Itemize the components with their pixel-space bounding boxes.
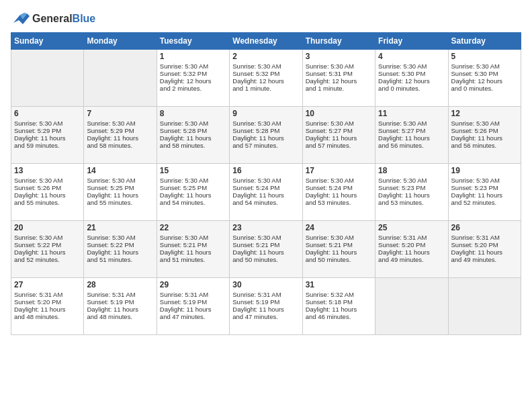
day-info-line: and 0 minutes. xyxy=(451,85,518,92)
day-info-line: and 57 minutes. xyxy=(306,142,372,149)
calendar-cell: 13Sunrise: 5:30 AMSunset: 5:26 PMDayligh… xyxy=(11,164,84,221)
day-info-line: Sunset: 5:20 PM xyxy=(14,298,81,306)
day-number: 13 xyxy=(14,166,81,175)
day-number: 20 xyxy=(14,223,81,232)
day-info-line: Sunrise: 5:30 AM xyxy=(14,177,81,184)
day-info-line: Sunrise: 5:30 AM xyxy=(87,120,153,127)
day-number: 4 xyxy=(378,52,445,61)
calendar-cell: 16Sunrise: 5:30 AMSunset: 5:24 PMDayligh… xyxy=(230,164,302,221)
column-header-tuesday: Tuesday xyxy=(157,33,229,50)
day-info-line: Sunrise: 5:30 AM xyxy=(232,234,299,241)
column-header-friday: Friday xyxy=(375,33,448,50)
logo-text: GeneralBlue xyxy=(32,13,95,25)
day-info-line: Sunset: 5:28 PM xyxy=(160,127,226,134)
day-number: 17 xyxy=(306,166,372,175)
calendar-week-row: 13Sunrise: 5:30 AMSunset: 5:26 PMDayligh… xyxy=(11,164,521,221)
calendar-week-row: 27Sunrise: 5:31 AMSunset: 5:20 PMDayligh… xyxy=(11,278,521,335)
day-info-line: Daylight: 11 hours xyxy=(232,306,299,313)
day-info-line: and 2 minutes. xyxy=(160,85,226,92)
day-info-line: Sunrise: 5:30 AM xyxy=(14,120,81,127)
day-info-line: Daylight: 11 hours xyxy=(232,248,299,256)
day-info-line: and 59 minutes. xyxy=(14,142,81,149)
calendar-cell: 2Sunrise: 5:30 AMSunset: 5:32 PMDaylight… xyxy=(230,50,302,107)
calendar-cell: 24Sunrise: 5:30 AMSunset: 5:21 PMDayligh… xyxy=(302,221,375,278)
day-info-line: Sunset: 5:20 PM xyxy=(451,241,518,248)
day-number: 24 xyxy=(306,223,372,232)
day-info-line: and 53 minutes. xyxy=(306,199,372,206)
day-info-line: Daylight: 11 hours xyxy=(451,191,518,199)
day-info-line: Sunset: 5:30 PM xyxy=(378,70,445,77)
day-info-line: Daylight: 11 hours xyxy=(87,306,153,313)
column-header-wednesday: Wednesday xyxy=(230,33,302,50)
day-info-line: and 55 minutes. xyxy=(87,199,153,206)
day-info-line: Daylight: 11 hours xyxy=(14,134,81,142)
calendar-cell xyxy=(84,50,157,107)
day-info-line: and 50 minutes. xyxy=(232,256,299,263)
day-info-line: Daylight: 11 hours xyxy=(160,134,226,142)
day-info-line: Sunset: 5:19 PM xyxy=(160,298,226,306)
day-number: 7 xyxy=(87,109,153,118)
day-info-line: Daylight: 11 hours xyxy=(14,306,81,313)
day-info-line: and 56 minutes. xyxy=(378,142,445,149)
day-info-line: Sunset: 5:24 PM xyxy=(232,184,299,191)
day-number: 15 xyxy=(160,166,226,175)
calendar-week-row: 20Sunrise: 5:30 AMSunset: 5:22 PMDayligh… xyxy=(11,221,521,278)
day-info-line: Daylight: 11 hours xyxy=(14,191,81,199)
day-info-line: Daylight: 11 hours xyxy=(306,191,372,199)
column-header-monday: Monday xyxy=(84,33,157,50)
day-info-line: Sunset: 5:22 PM xyxy=(87,241,153,248)
day-info-line: Sunset: 5:26 PM xyxy=(14,184,81,191)
day-info-line: Daylight: 11 hours xyxy=(160,306,226,313)
day-info-line: Daylight: 11 hours xyxy=(378,134,445,142)
day-info-line: Sunrise: 5:30 AM xyxy=(160,234,226,241)
calendar-cell xyxy=(375,278,448,335)
day-info-line: Daylight: 11 hours xyxy=(451,248,518,256)
day-number: 10 xyxy=(306,109,372,118)
day-info-line: and 55 minutes. xyxy=(14,199,81,206)
calendar-cell: 17Sunrise: 5:30 AMSunset: 5:24 PMDayligh… xyxy=(302,164,375,221)
calendar-cell: 27Sunrise: 5:31 AMSunset: 5:20 PMDayligh… xyxy=(11,278,84,335)
calendar-cell: 25Sunrise: 5:31 AMSunset: 5:20 PMDayligh… xyxy=(375,221,448,278)
day-info-line: and 51 minutes. xyxy=(160,256,226,263)
day-number: 25 xyxy=(378,223,445,232)
day-number: 14 xyxy=(87,166,153,175)
calendar-cell: 26Sunrise: 5:31 AMSunset: 5:20 PMDayligh… xyxy=(448,221,521,278)
day-info-line: Sunset: 5:24 PM xyxy=(306,184,372,191)
day-info-line: Daylight: 11 hours xyxy=(14,248,81,256)
day-number: 19 xyxy=(451,166,518,175)
day-info-line: Sunset: 5:30 PM xyxy=(451,70,518,77)
day-number: 2 xyxy=(232,52,299,61)
day-info-line: and 51 minutes. xyxy=(87,256,153,263)
day-info-line: Sunrise: 5:31 AM xyxy=(378,234,445,241)
day-info-line: Daylight: 11 hours xyxy=(87,248,153,256)
day-number: 11 xyxy=(378,109,445,118)
day-number: 22 xyxy=(160,223,226,232)
day-info-line: and 49 minutes. xyxy=(451,256,518,263)
calendar-cell: 23Sunrise: 5:30 AMSunset: 5:21 PMDayligh… xyxy=(230,221,302,278)
day-info-line: Sunset: 5:23 PM xyxy=(451,184,518,191)
day-info-line: Sunrise: 5:32 AM xyxy=(306,291,372,298)
calendar-cell: 30Sunrise: 5:31 AMSunset: 5:19 PMDayligh… xyxy=(230,278,302,335)
day-info-line: Sunrise: 5:30 AM xyxy=(14,234,81,241)
day-info-line: Sunset: 5:29 PM xyxy=(14,127,81,134)
day-info-line: Sunset: 5:25 PM xyxy=(160,184,226,191)
day-info-line: Daylight: 12 hours xyxy=(378,77,445,85)
day-info-line: Sunset: 5:18 PM xyxy=(306,298,372,306)
day-info-line: Sunset: 5:29 PM xyxy=(87,127,153,134)
day-info-line: Daylight: 12 hours xyxy=(451,77,518,85)
day-number: 1 xyxy=(160,52,226,61)
day-info-line: Daylight: 12 hours xyxy=(306,77,372,85)
day-info-line: Daylight: 11 hours xyxy=(378,248,445,256)
day-info-line: Daylight: 11 hours xyxy=(451,134,518,142)
day-info-line: and 53 minutes. xyxy=(378,199,445,206)
day-info-line: and 1 minute. xyxy=(232,85,299,92)
day-number: 29 xyxy=(160,280,226,289)
day-number: 6 xyxy=(14,109,81,118)
day-info-line: Sunrise: 5:31 AM xyxy=(232,291,299,298)
day-number: 23 xyxy=(232,223,299,232)
calendar-cell: 9Sunrise: 5:30 AMSunset: 5:28 PMDaylight… xyxy=(230,107,302,164)
calendar-cell: 10Sunrise: 5:30 AMSunset: 5:27 PMDayligh… xyxy=(302,107,375,164)
day-info-line: Daylight: 11 hours xyxy=(160,191,226,199)
day-info-line: Sunrise: 5:30 AM xyxy=(378,177,445,184)
page-header: GeneralBlue xyxy=(11,11,521,27)
